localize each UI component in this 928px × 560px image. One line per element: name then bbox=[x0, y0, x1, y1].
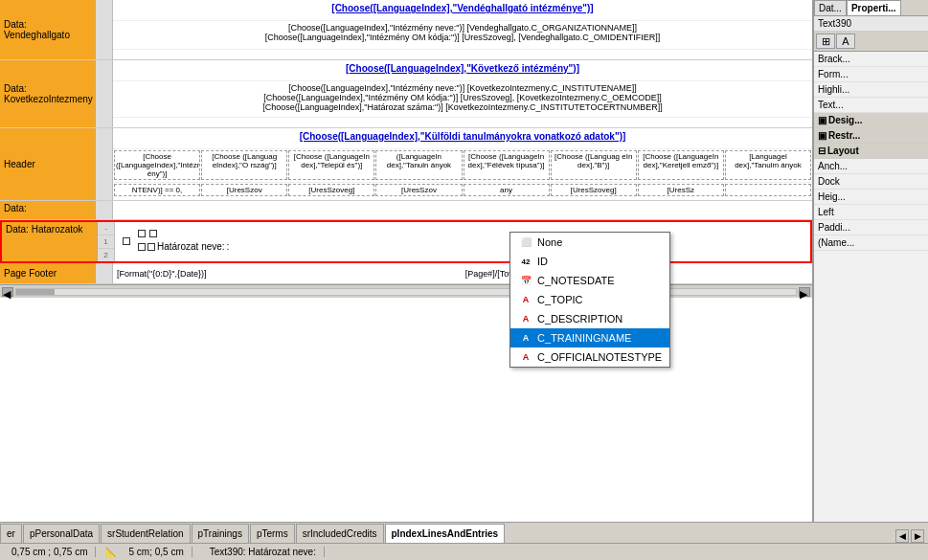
main-container: Data: Vendeghallgato [Choose([LanguageIn… bbox=[0, 0, 928, 560]
ruler-1 bbox=[96, 0, 113, 59]
krow-3 bbox=[113, 118, 812, 127]
dropdown-item-officialnotestype[interactable]: A C_OFFICIALNOTESTYPE bbox=[510, 347, 669, 367]
tab-er[interactable]: er bbox=[0, 524, 22, 543]
dropdown-item-id[interactable]: 42 ID bbox=[510, 252, 669, 271]
tab-srincludedcredits[interactable]: srIncludedCredits bbox=[296, 524, 384, 543]
panel-tabs: Dat... Properti... bbox=[814, 0, 928, 16]
tab-nav-buttons: ◀ ▶ bbox=[892, 529, 928, 543]
hatarozatok-section: Data: Hatarozatok - 1 2 bbox=[0, 220, 812, 263]
kovetkezointezmeny-section: Data: KovetkezoIntezmeny [Choose([Langua… bbox=[0, 60, 812, 128]
dropdown-item-topic[interactable]: A C_TOPIC bbox=[510, 290, 669, 309]
panel-icon-2[interactable]: A bbox=[836, 34, 855, 49]
header-grid: [Choose ([LanguageIndex],"Intézm ény")] … bbox=[114, 150, 811, 180]
checkbox-1[interactable] bbox=[123, 237, 130, 245]
dcell-1: NTENV)] == 0, bbox=[114, 184, 200, 196]
scroll-track[interactable] bbox=[15, 288, 797, 296]
dropdown-item-description[interactable]: A C_DESCRIPTION bbox=[510, 309, 669, 328]
status-text: Text390: Határozat neve: bbox=[202, 547, 325, 557]
section-layout[interactable]: ⊟ Layout bbox=[814, 144, 928, 159]
section-restr[interactable]: ▣ Restr... bbox=[814, 128, 928, 144]
expand-icon-2: ▣ bbox=[818, 130, 826, 141]
vendeghallgato-section: Data: Vendeghallgato [Choose([LanguageIn… bbox=[0, 0, 812, 60]
hcell-4: ([LanguageIn dex],"Tanuln ányok bbox=[375, 150, 462, 180]
ruler-3 bbox=[96, 128, 113, 200]
hatarozat-neve-label: Határozat neve: bbox=[157, 241, 225, 252]
checkbox-3[interactable] bbox=[149, 230, 157, 237]
status-position: 0,75 cm ; 0,75 cm bbox=[4, 547, 96, 557]
row-1: [Choose([LanguageIndex],"Vendéghallgató … bbox=[113, 0, 812, 21]
panel-icon-toolbar: ⊞ A bbox=[814, 32, 928, 52]
prop-anch: Anch... bbox=[814, 159, 928, 174]
prop-text: Text... bbox=[814, 98, 928, 113]
dropdown-item-notesdate[interactable]: 📅 C_NOTESDATE bbox=[510, 271, 669, 290]
data-grid: NTENV)] == 0, [UresSzov [UresSzoveg] [Ur… bbox=[114, 184, 811, 196]
bottom-tabs: er pPersonalData srStudentRelation pTrai… bbox=[0, 522, 928, 543]
tab-prev-btn[interactable]: ◀ bbox=[895, 529, 909, 543]
scroll-thumb[interactable] bbox=[16, 289, 55, 295]
tab-srstudentrelation[interactable]: srStudentRelation bbox=[101, 524, 191, 543]
scroll-left-btn[interactable]: ◀ bbox=[2, 287, 13, 297]
hcell-6: [Choose ([Languag eIn dex],"B")] bbox=[551, 150, 637, 180]
id-icon: 42 bbox=[518, 255, 533, 268]
header-body: [Choose([LanguageIndex],"Külföldi tanulm… bbox=[113, 128, 812, 200]
expand-icon-1: ▣ bbox=[818, 115, 826, 125]
dropdown-item-none[interactable]: ⬜ None bbox=[510, 233, 669, 252]
formula-1: [Choose([LanguageIndex],"Vendéghallgató … bbox=[331, 3, 593, 13]
dropdown-popup: ⬜ None 42 ID 📅 C_NOTESDATE A C_TOPIC bbox=[509, 232, 670, 368]
header-section: Header [Choose([LanguageIndex],"Külföldi… bbox=[0, 128, 812, 201]
data-section: Data: bbox=[0, 201, 812, 220]
krow-1: [Choose([LanguageIndex],"Következő intéz… bbox=[113, 60, 812, 81]
tab-pterms[interactable]: pTerms bbox=[250, 524, 295, 543]
row-3 bbox=[113, 50, 812, 59]
prop-paddi: Paddi... bbox=[814, 220, 928, 235]
hrow-2: [Choose ([LanguageIndex],"Intézm ény")] … bbox=[113, 149, 812, 183]
prop-dock: Dock bbox=[814, 174, 928, 190]
data-label: Data: bbox=[0, 201, 96, 219]
header-label: Header bbox=[0, 128, 96, 200]
a-icon-4: A bbox=[518, 350, 533, 364]
page-footer-body: [Format("{0:D}",{Date})] [Page#]/[TotalP… bbox=[113, 263, 812, 283]
dropdown-item-trainingname[interactable]: A C_TRAININGNAME bbox=[510, 328, 669, 347]
hcell-7: [Choose ([LanguageIn dex],"Keretjell emz… bbox=[638, 150, 724, 180]
krow-2: [Choose([LanguageIndex],"Intézmény neve:… bbox=[113, 81, 812, 118]
page-footer-label: Page Footer bbox=[0, 263, 96, 283]
checkbox-5[interactable] bbox=[147, 243, 155, 251]
hatarozatok-label: Data: Hatarozatok bbox=[2, 222, 98, 261]
row-2: [Choose([LanguageIndex],"Intézmény neve:… bbox=[113, 21, 812, 50]
tab-next-btn[interactable]: ▶ bbox=[911, 529, 924, 543]
panel-icon-1[interactable]: ⊞ bbox=[816, 34, 835, 49]
prop-brack: Brack... bbox=[814, 52, 928, 67]
checkbox-4[interactable] bbox=[138, 243, 146, 251]
panel-tab-dat[interactable]: Dat... bbox=[814, 0, 847, 15]
dcell-5: any bbox=[464, 184, 550, 196]
a-icon-3: A bbox=[518, 331, 533, 345]
vendeghallgato-body: [Choose([LanguageIndex],"Vendéghallgató … bbox=[113, 0, 812, 59]
tab-ptrainings[interactable]: pTrainings bbox=[192, 524, 249, 543]
hcell-5: [Choose ([LanguageIn dex],"Félévek típus… bbox=[464, 150, 550, 180]
scroll-right-btn[interactable]: ▶ bbox=[799, 287, 810, 297]
section-desig[interactable]: ▣ Desig... bbox=[814, 113, 928, 128]
dcell-2: [UresSzov bbox=[201, 184, 287, 196]
data-body bbox=[113, 201, 812, 219]
határozat-content: Határozat neve: : bbox=[119, 226, 806, 256]
status-center-area: 📐 5 cm; 0,5 cm bbox=[105, 547, 192, 557]
footer-left: [Format("{0:D}",{Date})] bbox=[117, 269, 206, 279]
panel-props-list: Brack... Form... Highli... Text... ▣ Des… bbox=[814, 52, 928, 522]
dcell-7: [UresSz bbox=[638, 184, 724, 196]
ruler-6 bbox=[96, 263, 113, 283]
hscroll-bar[interactable]: ◀ ▶ bbox=[0, 284, 812, 298]
tab-pindexlinesandentries[interactable]: pIndexLinesAndEntries bbox=[385, 524, 506, 543]
hcell-8: [Languagel dex],"Tanulm ányok bbox=[725, 150, 811, 180]
checkbox-2[interactable] bbox=[138, 230, 146, 237]
calendar-icon: 📅 bbox=[518, 274, 533, 287]
tab-ppersonaldata[interactable]: pPersonalData bbox=[23, 524, 100, 543]
none-icon: ⬜ bbox=[518, 235, 533, 249]
hrow-1: [Choose([LanguageIndex],"Külföldi tanulm… bbox=[113, 128, 812, 149]
a-icon-2: A bbox=[518, 312, 533, 325]
panel-tab-prop[interactable]: Properti... bbox=[847, 0, 901, 15]
hatarozatok-body[interactable]: Határozat neve: : bbox=[115, 222, 810, 261]
page-footer-section: Page Footer [Format("{0:D}",{Date})] [Pa… bbox=[0, 263, 812, 284]
ruler-icon: 📐 bbox=[105, 547, 117, 557]
status-bar: 0,75 cm ; 0,75 cm 📐 5 cm; 0,5 cm Text390… bbox=[0, 543, 928, 560]
prop-left: Left bbox=[814, 205, 928, 220]
